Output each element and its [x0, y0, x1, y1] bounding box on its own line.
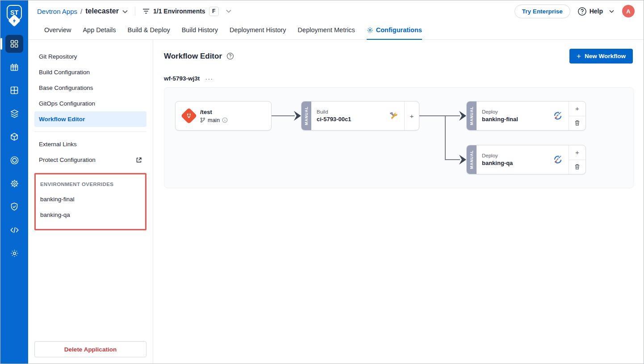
nav-item-env-banking-qa[interactable]: banking-qa [36, 207, 145, 223]
deploy-node-banking-qa: MANUAL Deploy banking-qa + [466, 145, 586, 174]
sidebar-item-clusters[interactable] [5, 174, 23, 192]
deploy-add-button[interactable]: + [569, 145, 585, 160]
tab-deployment-metrics[interactable]: Deployment Metrics [298, 22, 355, 40]
nav-divider [34, 131, 146, 132]
delete-application-button[interactable]: Delete Application [34, 341, 146, 357]
info-icon[interactable] [222, 117, 228, 123]
app-group-icon [10, 86, 19, 95]
tab-overview[interactable]: Overview [44, 22, 71, 40]
sidebar-item-software-distribution[interactable] [5, 151, 23, 169]
environment-overrides-title: ENVIRONMENT OVERRIDES [36, 180, 145, 191]
build-node-name: ci-5793-00c1 [317, 116, 385, 123]
build-add-button[interactable]: + [405, 102, 419, 130]
plus-icon: + [575, 105, 579, 112]
workflow-editor-main: Workflow Editor + New Workflow wf-5793-w… [153, 40, 644, 364]
nav-item-gitops-configuration[interactable]: GitOps Configuration [34, 96, 146, 111]
git-source-node[interactable]: /test main [175, 101, 272, 131]
helm-charts-icon [10, 109, 19, 119]
breadcrumb-app-name: telecaster [85, 7, 119, 15]
cube-icon [10, 132, 19, 141]
deploy-trigger-label: MANUAL [469, 150, 474, 169]
tab-app-details[interactable]: App Details [83, 22, 116, 40]
sidebar-item-resource-watcher[interactable] [5, 128, 23, 146]
help-label: Help [590, 8, 603, 15]
help-chevron-icon [609, 10, 614, 13]
rocket-deploy-icon [552, 154, 563, 165]
sidebar-item-security[interactable] [5, 198, 23, 216]
tab-configurations[interactable]: Configurations [367, 22, 422, 40]
build-node-body[interactable]: Build ci-5793-00c1 [311, 102, 404, 130]
deploy-node-name: banking-final [482, 116, 549, 123]
shield-check-icon [10, 202, 19, 211]
tab-deployment-history[interactable]: Deployment History [230, 22, 286, 40]
breadcrumb-root-link[interactable]: Devtron Apps [37, 8, 77, 15]
breadcrumb-separator: / [80, 8, 82, 15]
sidebar-item-global-config[interactable] [5, 244, 23, 262]
protect-configuration-label: Protect Configuration [39, 157, 96, 163]
deploy-delete-button[interactable] [569, 160, 585, 174]
git-material-icon [181, 108, 197, 124]
try-enterprise-button[interactable]: Try Enterprise [514, 4, 570, 18]
deploy-node-type: Deploy [482, 109, 549, 114]
jobs-icon [10, 63, 19, 72]
deploy-node-type: Deploy [482, 153, 549, 158]
sidebar-item-app-groups[interactable] [5, 81, 23, 99]
trash-icon [574, 120, 580, 126]
git-branch-name: main [208, 117, 220, 123]
deploy-node-banking-final: MANUAL Deploy banking-final + [466, 101, 586, 131]
helm-wheel-icon [10, 179, 19, 188]
nav-item-protect-configuration[interactable]: Protect Configuration [34, 152, 146, 168]
deploy-node-name: banking-qa [482, 160, 549, 166]
bullseye-at-icon [10, 156, 19, 165]
environment-filter-chevron-icon [226, 9, 231, 13]
app-tabs: Overview App Details Build & Deploy Buil… [37, 22, 635, 40]
filter-icon [142, 8, 150, 14]
build-node: MANUAL Build ci-5793-00c1 + [301, 101, 419, 131]
gear-icon [10, 249, 19, 258]
sidebar-item-resource-browser[interactable] [5, 221, 23, 239]
build-tools-icon [389, 111, 399, 121]
new-workflow-button[interactable]: + New Workflow [569, 49, 633, 63]
deploy-node-body[interactable]: Deploy banking-final [477, 102, 569, 130]
nav-item-env-banking-final[interactable]: banking-final [36, 191, 145, 207]
configurations-gear-icon [367, 27, 373, 34]
build-trigger-label: MANUAL [304, 106, 309, 125]
workflow-name: wf-5793-wj3t [164, 75, 200, 82]
deploy-trigger-label: MANUAL [469, 106, 474, 125]
git-repo-path: /test [200, 109, 228, 115]
deploy-trigger-tab: MANUAL [467, 102, 477, 130]
devtron-logo[interactable]: ST [7, 5, 22, 25]
nav-item-build-configuration[interactable]: Build Configuration [34, 64, 146, 80]
plus-icon: + [577, 52, 581, 61]
build-trigger-tab: MANUAL [301, 102, 311, 130]
code-icon [10, 225, 19, 235]
workflow-canvas: /test main MANUAL [164, 87, 634, 188]
plus-icon: + [575, 149, 579, 156]
app-switcher-chevron-icon[interactable] [122, 7, 128, 15]
nav-item-base-configurations[interactable]: Base Configurations [34, 80, 146, 96]
external-link-icon [136, 157, 142, 163]
tab-configurations-label: Configurations [376, 26, 422, 34]
nav-item-git-repository[interactable]: Git Repository [34, 49, 146, 64]
workflow-help-icon[interactable] [226, 52, 234, 60]
nav-item-workflow-editor[interactable]: Workflow Editor [34, 111, 146, 127]
deploy-trigger-tab: MANUAL [467, 145, 477, 174]
tab-build-history[interactable]: Build History [182, 22, 218, 40]
trash-icon [574, 164, 580, 170]
user-avatar[interactable]: A [622, 5, 635, 17]
help-question-icon [577, 7, 587, 16]
config-sidebar: Git Repository Build Configuration Base … [28, 40, 153, 364]
deploy-delete-button[interactable] [569, 116, 585, 131]
workflow-menu-button[interactable]: ··· [205, 77, 213, 80]
sidebar-item-jobs[interactable] [5, 58, 23, 76]
sidebar-item-chart-store[interactable] [5, 105, 23, 123]
environment-overrides-highlight: ENVIRONMENT OVERRIDES banking-final bank… [34, 173, 146, 230]
environment-filter[interactable]: 1/1 Environments F [142, 7, 231, 16]
sidebar-item-applications[interactable] [5, 35, 23, 53]
header-divider [135, 7, 135, 16]
nav-item-external-links[interactable]: External Links [34, 136, 146, 152]
deploy-add-button[interactable]: + [569, 102, 585, 116]
help-menu[interactable]: Help [577, 7, 614, 16]
tab-build-deploy[interactable]: Build & Deploy [128, 22, 170, 40]
deploy-node-body[interactable]: Deploy banking-qa [477, 145, 569, 174]
